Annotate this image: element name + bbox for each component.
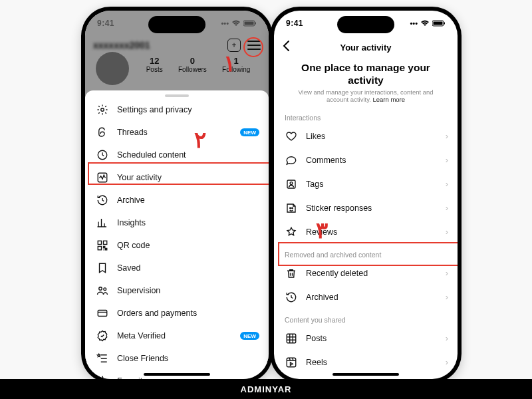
menu-orders[interactable]: Orders and payments (85, 302, 269, 325)
page-subtitle: View and manage your interactions, conte… (274, 88, 458, 107)
reels-icon (285, 356, 298, 368)
clock-icon (96, 149, 109, 161)
menu-close-friends[interactable]: Close Friends (85, 347, 269, 370)
menu-label: Saved (117, 263, 140, 273)
menu-threads[interactable]: ThreadsNEW (85, 121, 269, 144)
svg-rect-7 (104, 241, 107, 244)
menu-label: Scheduled content (117, 150, 186, 160)
section-interactions: Interactions (274, 107, 458, 124)
svg-point-3 (101, 108, 104, 112)
dynamic-island (337, 16, 394, 33)
svg-rect-20 (287, 334, 296, 343)
item-posts[interactable]: Posts› (274, 327, 458, 350)
menu-supervision[interactable]: Supervision (85, 279, 269, 302)
gear-icon (96, 104, 109, 116)
svg-rect-8 (98, 247, 101, 250)
menu-label: Meta Verified (117, 331, 166, 340)
watermark: ADMINYAR (0, 379, 532, 399)
annotation-highlight-your-activity (88, 162, 269, 185)
chevron-right-icon: › (446, 155, 448, 165)
trash-icon (285, 267, 298, 279)
username: xxxxxxx2001 (93, 40, 150, 51)
threads-icon (96, 126, 109, 138)
star-list-icon (96, 352, 109, 364)
menu-qr[interactable]: QR code (85, 234, 269, 257)
learn-more-link[interactable]: Learn more (372, 96, 405, 103)
menu-sheet: Settings and privacy ThreadsNEW Schedule… (85, 90, 269, 379)
chevron-right-icon: › (446, 179, 448, 189)
heart-icon (285, 130, 298, 142)
chevron-right-icon: › (446, 268, 448, 278)
item-archived[interactable]: Archived› (274, 285, 458, 309)
svg-rect-6 (98, 241, 101, 244)
menu-label: Threads (117, 128, 148, 137)
svg-rect-15 (444, 23, 446, 25)
menu-label: Orders and payments (117, 309, 197, 318)
svg-point-10 (104, 288, 106, 291)
grid-icon (285, 332, 298, 344)
qr-icon (96, 239, 109, 251)
menu-label: Insights (117, 218, 146, 227)
svg-rect-21 (287, 358, 296, 367)
new-badge: NEW (240, 128, 259, 136)
new-badge: NEW (240, 332, 259, 340)
chevron-right-icon: › (446, 227, 448, 237)
archive-icon (96, 194, 109, 206)
item-reels[interactable]: Reels› (274, 350, 458, 374)
annotation-2: ۲ (194, 126, 206, 153)
profile-stats: 12Posts 0Followers 1Following (138, 56, 258, 73)
item-reviews[interactable]: Reviews› (274, 220, 458, 244)
menu-archive[interactable]: Archive (85, 189, 269, 211)
home-indicator (332, 373, 399, 376)
svg-rect-2 (255, 23, 257, 25)
chevron-right-icon: › (446, 292, 448, 302)
bookmark-icon (96, 262, 109, 274)
page-header: Your activity (274, 36, 458, 59)
svg-point-18 (290, 207, 291, 209)
annotation-circle-1 (243, 37, 263, 57)
insights-icon (96, 217, 109, 229)
sheet-handle[interactable] (165, 94, 189, 97)
status-time: 9:41 (97, 19, 114, 28)
avatar (96, 52, 129, 85)
comment-icon (285, 154, 298, 166)
status-time: 9:41 (286, 19, 303, 28)
status-indicators: ••• (410, 19, 446, 27)
chevron-right-icon: › (446, 357, 448, 367)
annotation-highlight-recently-deleted (278, 242, 458, 266)
menu-label: Supervision (117, 286, 160, 295)
item-tags[interactable]: Tags› (274, 172, 458, 196)
phone-right: 9:41 ••• Your activity One place to mana… (270, 7, 462, 383)
menu-meta-verified[interactable]: Meta VerifiedNEW (85, 325, 269, 347)
chevron-right-icon: › (446, 203, 448, 213)
menu-settings[interactable]: Settings and privacy (85, 98, 269, 121)
archive-icon (285, 291, 298, 303)
svg-rect-14 (434, 22, 443, 25)
verified-icon (96, 330, 109, 342)
sticker-icon (285, 202, 298, 214)
annotation-3: ۳ (316, 217, 328, 243)
annotation-1: ۱ (223, 50, 235, 76)
item-sticker[interactable]: Sticker responses› (274, 196, 458, 220)
supervision-icon (96, 285, 109, 297)
section-shared: Content you shared (274, 309, 458, 327)
svg-point-9 (99, 287, 102, 291)
chevron-right-icon: › (446, 333, 448, 343)
tag-icon (285, 178, 298, 190)
dynamic-island (148, 16, 205, 33)
svg-point-19 (292, 207, 293, 209)
chevron-right-icon: › (446, 131, 448, 141)
svg-rect-1 (245, 22, 254, 25)
item-comments[interactable]: Comments› (274, 148, 458, 172)
svg-rect-11 (98, 311, 107, 317)
menu-label: QR code (117, 241, 150, 250)
phone-left: 9:41 ••• xxxxxxx2001 + 12Posts (81, 7, 273, 383)
item-likes[interactable]: Likes› (274, 124, 458, 148)
status-indicators: ••• (221, 19, 257, 27)
svg-point-17 (290, 182, 293, 184)
menu-label: Archive (117, 196, 145, 205)
menu-saved[interactable]: Saved (85, 257, 269, 279)
menu-label: Close Friends (117, 354, 168, 363)
page-title: One place to manage your activity (274, 59, 458, 88)
menu-insights[interactable]: Insights (85, 211, 269, 234)
